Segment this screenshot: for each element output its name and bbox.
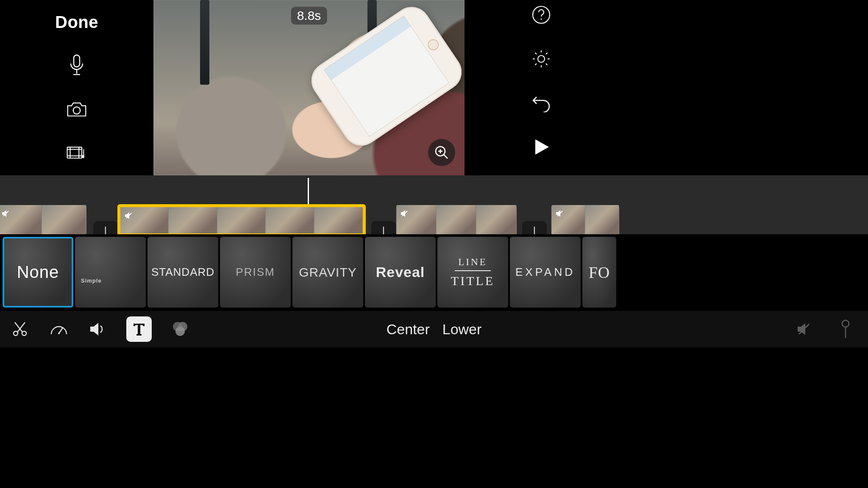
svg-rect-2 (67, 147, 82, 158)
title-style-prism[interactable]: PRISM (220, 237, 291, 308)
mute-icon (1, 208, 11, 219)
svg-point-6 (540, 18, 542, 19)
undo-icon[interactable] (531, 92, 552, 114)
title-style-focus[interactable]: FO (582, 237, 616, 308)
title-style-gravity[interactable]: GRAVITY (292, 237, 363, 308)
title-style-picker: None Simple STANDARD PRISM GRAVITY Revea… (0, 234, 868, 311)
zoom-in-icon[interactable] (428, 139, 455, 166)
inspector-bar: Center Lower (0, 311, 868, 347)
timeline-clip[interactable] (551, 205, 619, 234)
mute-icon (555, 208, 565, 219)
media-library-icon[interactable] (66, 143, 87, 164)
timeline[interactable]: | | | (0, 175, 868, 234)
volume-icon[interactable] (87, 319, 108, 340)
svg-point-7 (538, 55, 545, 62)
title-style-line[interactable]: LINE TITLE (437, 237, 508, 308)
timeline-clip-selected[interactable] (117, 204, 366, 234)
camera-icon[interactable] (66, 99, 87, 120)
svg-point-3 (81, 155, 84, 158)
position-center-button[interactable]: Center (387, 321, 430, 338)
speed-gauge-icon[interactable] (48, 319, 70, 340)
transition-marker[interactable]: | (371, 221, 396, 234)
position-lower-button[interactable]: Lower (442, 321, 482, 338)
text-tool-icon[interactable] (126, 316, 152, 342)
timeline-clip[interactable] (396, 205, 517, 234)
help-icon[interactable] (531, 4, 552, 25)
title-style-reveal[interactable]: Reveal (365, 237, 436, 308)
transition-marker[interactable]: | (522, 221, 547, 234)
timeline-clip[interactable] (0, 205, 86, 234)
done-button[interactable]: Done (55, 13, 98, 32)
svg-point-10 (58, 333, 60, 334)
title-style-none[interactable]: None (3, 237, 73, 308)
timecode-badge: 8.8s (291, 7, 327, 25)
svg-rect-0 (74, 55, 80, 67)
svg-point-13 (175, 327, 185, 336)
mute-icon (400, 208, 410, 219)
scissors-icon[interactable] (9, 319, 31, 340)
svg-point-1 (73, 107, 81, 114)
transition-marker[interactable]: | (93, 221, 118, 234)
title-style-standard[interactable]: STANDARD (147, 237, 218, 308)
title-style-simple[interactable]: Simple (75, 237, 146, 308)
mute-disabled-icon (794, 319, 815, 340)
settings-gear-icon[interactable] (531, 48, 552, 69)
svg-point-14 (842, 320, 849, 327)
mute-icon (124, 211, 134, 221)
video-preview[interactable]: 8.8s (153, 0, 465, 175)
title-style-expand[interactable]: EXPAND (510, 237, 581, 308)
play-icon[interactable] (531, 136, 552, 158)
microphone-icon[interactable] (66, 55, 87, 76)
title-position-group: Center Lower (387, 321, 482, 338)
keyframe-pin-icon (835, 319, 856, 340)
svg-point-5 (533, 6, 550, 23)
color-filter-icon[interactable] (170, 319, 191, 340)
